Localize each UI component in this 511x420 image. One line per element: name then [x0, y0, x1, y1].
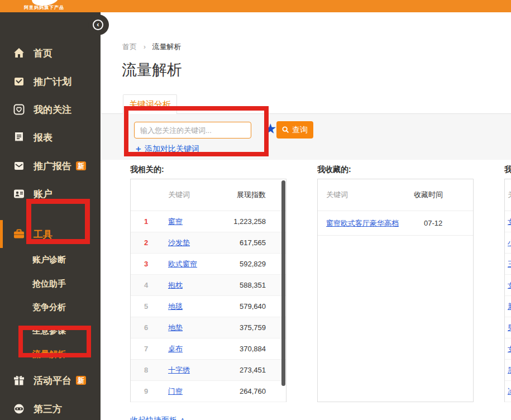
- table-row: 新: [505, 296, 511, 317]
- sidebar-item-activity-platform[interactable]: 活动平台 新: [0, 370, 101, 390]
- breadcrumb-separator-icon: ›: [144, 42, 146, 51]
- sidebar-item-label: 推广计划: [34, 75, 71, 88]
- table-row: 3欧式窗帘592,829: [131, 254, 286, 275]
- account-icon: [12, 187, 26, 201]
- table-row: 女: [505, 211, 511, 232]
- related-panel-title: 我相关的:: [130, 165, 164, 175]
- keyword-link[interactable]: 女: [508, 280, 511, 290]
- table-row: 女: [505, 275, 511, 296]
- page-title: 流量解析: [122, 60, 182, 80]
- table-row: 小: [505, 232, 511, 254]
- sidebar-item-label: 首页: [34, 47, 52, 60]
- searched-keywords-table: 关 女 小 三 女 新 男 女 黑 冰: [504, 179, 511, 402]
- keyword-link[interactable]: 男: [508, 323, 511, 333]
- table-row: 黑: [505, 360, 511, 381]
- sidebar-item-campaigns[interactable]: 推广计划: [0, 71, 101, 92]
- keyword-link[interactable]: 三: [508, 259, 511, 269]
- table-header-row: 关: [505, 179, 511, 211]
- rank: 7: [131, 345, 161, 353]
- app-window: 阿里妈妈旗下产品 首页 推广计划 我的关注 报表 推广报告 新 账户: [0, 0, 511, 420]
- collapse-quick-panel-link[interactable]: 收起快捷面板 ∧: [130, 416, 186, 420]
- sidebar-item-reports[interactable]: 报表: [0, 127, 101, 147]
- table-row: 1窗帘1,223,258: [131, 211, 286, 232]
- rank: 2: [131, 238, 161, 247]
- impression-value: 617,565: [212, 238, 270, 247]
- impression-value: 1,223,258: [212, 217, 270, 226]
- tools-icon: [12, 227, 26, 241]
- table-row: 2沙发垫617,565: [131, 232, 286, 254]
- table-row: 冰: [505, 381, 511, 402]
- keyword-link[interactable]: 黑: [508, 365, 511, 375]
- annotation-box-search-input: [124, 106, 269, 156]
- table-row: 女: [505, 338, 511, 360]
- keyword-link[interactable]: 窗帘: [168, 217, 183, 226]
- robot-icon: [12, 402, 26, 416]
- sidebar-subitem-competition-analysis[interactable]: 竞争分析: [0, 300, 101, 314]
- search-icon: [282, 126, 289, 133]
- impression-value: 370,884: [212, 345, 270, 353]
- breadcrumb-home-link[interactable]: 首页: [122, 42, 137, 51]
- related-keywords-table: 关键词 展现指数 1窗帘1,223,258 2沙发垫617,565 3欧式窗帘5…: [130, 179, 286, 402]
- impression-value: 375,759: [212, 323, 270, 332]
- query-button[interactable]: 查询: [276, 121, 313, 139]
- annotation-box-traffic-analysis-menu: [18, 326, 91, 357]
- table-scrollbar-thumb[interactable]: [281, 180, 285, 386]
- table-header-row: 关键词 收藏时间: [318, 179, 473, 211]
- rank: 3: [131, 260, 161, 268]
- keyword-link[interactable]: 女: [508, 344, 511, 354]
- table-row: 7桌布370,884: [131, 338, 286, 360]
- impression-value: 264,760: [212, 387, 270, 395]
- sidebar-subitem-account-diagnosis[interactable]: 账户诊断: [0, 252, 101, 267]
- sidebar-item-home[interactable]: 首页: [0, 43, 101, 63]
- sidebar-item-label: 推广报告: [34, 160, 71, 173]
- collapse-quick-panel-label: 收起快捷面板: [130, 416, 177, 420]
- table-row: 6地垫375,759: [131, 317, 286, 338]
- keyword-link[interactable]: 冰: [508, 386, 511, 397]
- query-button-label: 查询: [292, 125, 308, 135]
- sidebar-item-third-party[interactable]: 第三方: [0, 399, 101, 419]
- brand-caption: 阿里妈妈旗下产品: [24, 4, 64, 11]
- chevron-left-icon: ‹: [97, 20, 99, 28]
- searched-panel-title: 我: [504, 165, 511, 175]
- rank: 9: [131, 387, 161, 395]
- table-row: 三: [505, 254, 511, 275]
- favorites-table: 关键词 收藏时间 窗帘欧式客厅豪华高档 07-12: [317, 179, 474, 402]
- keyword-link[interactable]: 小: [508, 238, 511, 248]
- keyword-link[interactable]: 地垫: [168, 323, 183, 332]
- sidebar-item-promo-report[interactable]: 推广报告 新: [0, 156, 101, 176]
- table-row: 男: [505, 317, 511, 338]
- impression-value: 579,640: [212, 302, 270, 311]
- rank: 8: [131, 366, 161, 374]
- table-row: 8十字绣273,451: [131, 360, 286, 381]
- table-header-row: 关键词 展现指数: [131, 179, 286, 211]
- favorites-panel-title: 我收藏的:: [317, 165, 351, 175]
- rank: 4: [131, 281, 161, 289]
- sidebar-collapse-bump: ‹: [88, 15, 109, 35]
- rank: 1: [131, 217, 161, 226]
- breadcrumb-current: 流量解析: [152, 42, 182, 51]
- sidebar-subitem-label: 抢位助手: [32, 279, 66, 288]
- keyword-link[interactable]: 地毯: [168, 302, 183, 311]
- rank: 5: [131, 302, 161, 311]
- sidebar-item-label: 报表: [34, 131, 52, 144]
- impression-value: 592,829: [212, 260, 270, 268]
- collapse-sidebar-button[interactable]: ‹: [93, 20, 103, 30]
- keyword-link[interactable]: 欧式窗帘: [168, 260, 197, 268]
- keyword-link[interactable]: 抱枕: [168, 281, 183, 289]
- keyword-link[interactable]: 门帘: [168, 387, 183, 395]
- keyword-link[interactable]: 女: [508, 217, 511, 227]
- sidebar-subitem-position-assistant[interactable]: 抢位助手: [0, 276, 101, 291]
- keyword-column-header: 关键词: [318, 190, 408, 200]
- keyword-link[interactable]: 桌布: [168, 345, 183, 353]
- keyword-link[interactable]: 沙发垫: [168, 238, 190, 247]
- campaign-icon: [12, 75, 26, 88]
- keyword-link[interactable]: 新: [508, 302, 511, 312]
- sidebar-item-label: 我的关注: [34, 103, 71, 116]
- chevron-up-icon: ∧: [179, 416, 186, 420]
- keyword-link[interactable]: 十字绣: [168, 366, 190, 374]
- sidebar-item-follows[interactable]: 我的关注: [0, 99, 101, 120]
- table-row: 4抱枕588,351: [131, 275, 286, 296]
- keyword-link[interactable]: 窗帘欧式客厅豪华高档: [326, 219, 399, 227]
- table-row: 9门帘264,760: [131, 381, 286, 402]
- sidebar-item-label: 活动平台: [34, 374, 71, 387]
